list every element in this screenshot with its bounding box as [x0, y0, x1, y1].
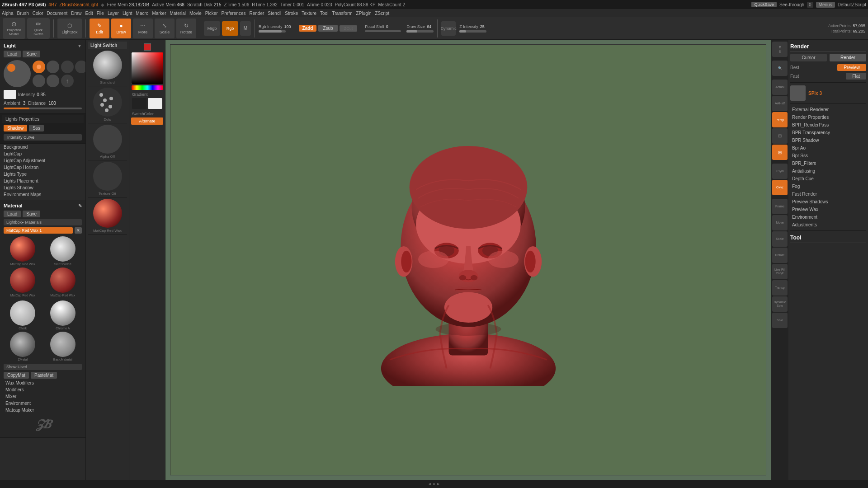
menu-picker[interactable]: Picker [205, 11, 218, 16]
draw-button[interactable]: ● Draw [111, 19, 131, 38]
menu-stroke[interactable]: Stroke [285, 11, 298, 16]
frame-button[interactable]: Frame [772, 199, 788, 214]
edit-button[interactable]: ✎ Edit [90, 19, 109, 38]
material-r-button[interactable]: R [75, 227, 82, 234]
alternate-button[interactable]: Alternate [131, 117, 163, 125]
ls-matcap-red-item[interactable]: MatCap Red Wax [88, 197, 127, 235]
grid-button[interactable]: ⊞ [772, 145, 788, 160]
rgb-button[interactable]: Rgb [222, 21, 238, 36]
bpr-ao-item[interactable]: Bpr Ao [790, 144, 866, 152]
lights-type-section[interactable]: Lights Type [0, 171, 85, 178]
flat-render-button[interactable]: Flat [846, 73, 866, 80]
projection-master-button[interactable]: ⊙ ProjectionMaster [3, 18, 25, 39]
menu-color[interactable]: Color [33, 11, 43, 16]
menu-texture[interactable]: Texture [302, 11, 316, 16]
lightcap-horizon-section[interactable]: LightCap Horizon [0, 164, 85, 171]
paste-mat-button[interactable]: PasteMat [31, 372, 57, 379]
bpr-shadow-item[interactable]: BPR Shadow [790, 136, 866, 144]
light-preview[interactable] [4, 60, 31, 87]
menu-brush[interactable]: Brush [17, 11, 29, 16]
mat-item-red-wax[interactable]: MatCap Red Wax [4, 236, 42, 266]
floor-button[interactable]: ⊟ [772, 128, 788, 144]
lights-placement-section[interactable]: Lights Placement [0, 178, 85, 184]
bpr-renderpass-item[interactable]: BPR_RenderPass [790, 121, 866, 129]
menu-edit[interactable]: Edit [85, 11, 93, 16]
menu-tool[interactable]: Tool [320, 11, 328, 16]
preview-wax-item[interactable]: Preview Wax [790, 206, 866, 213]
zadd-button[interactable]: Zadd [299, 25, 317, 32]
copy-mat-button[interactable]: CopyMat [4, 372, 29, 379]
lsym-button[interactable]: LSym [772, 164, 788, 179]
lightcap-section[interactable]: LightCap [0, 150, 85, 157]
z-intensity-slider[interactable] [459, 30, 486, 33]
menu-alpha[interactable]: Alpha [2, 11, 14, 16]
rotate-button[interactable]: ↻ Rotate [176, 19, 196, 38]
wax-modifiers-item[interactable]: Wax Modifiers [2, 380, 84, 386]
rotate-right-button[interactable]: Rotate [772, 248, 788, 263]
show-used-button[interactable]: Show Used [4, 364, 82, 370]
lightbox-materials-button[interactable]: Lightbox▸ Materials [4, 219, 82, 225]
material-edit-icon[interactable]: ✎ [78, 203, 82, 208]
default-zscript[interactable]: DefaultZScript [838, 2, 866, 7]
lightcap-adjustment-section[interactable]: LightCap Adjustment [0, 157, 85, 164]
ls-dots-item[interactable]: Dots [88, 86, 127, 123]
move-button[interactable]: Move [772, 215, 788, 230]
lightbox-button[interactable]: ⬡ LightBox [57, 19, 82, 38]
line-fill-button[interactable]: Line FillPolyF [772, 264, 788, 279]
mat-item-zmetal[interactable]: ZMetal [4, 332, 42, 361]
transp-button[interactable]: Transp [772, 280, 788, 296]
mat-item-skin-shaded[interactable]: SkinShaded [44, 236, 82, 266]
environment-item[interactable]: Environment [2, 400, 84, 407]
mrgb-button[interactable]: Mrgb [204, 21, 220, 36]
external-renderer-item[interactable]: External Renderer [790, 106, 866, 113]
rgb-intensity-slider[interactable] [259, 30, 286, 33]
menus-label[interactable]: Menus [816, 2, 835, 8]
quicksave-button[interactable]: QuickSave [751, 2, 777, 7]
ls-alpha-off-item[interactable]: Alpha Off [88, 123, 127, 160]
light-btn-3[interactable] [33, 75, 45, 87]
menu-material[interactable]: Material [170, 11, 186, 16]
lights-shadow-section[interactable]: Lights Shadow [0, 184, 85, 191]
menu-render[interactable]: Render [250, 11, 264, 16]
solo-button[interactable]: Solo [772, 313, 788, 328]
canvas-area[interactable] [165, 40, 771, 480]
mat-item-chalk[interactable]: Chalk [4, 300, 42, 330]
shadow-button[interactable]: Shadow [4, 125, 27, 131]
ls-standard-item[interactable]: Standard [88, 49, 127, 86]
zsub-button[interactable]: Zsub [318, 25, 337, 32]
depth-cue-item[interactable]: Depth Cue [790, 175, 866, 183]
preview-shadows-item[interactable]: Preview Shadows [790, 198, 866, 206]
render-tab-button[interactable]: Render [830, 54, 866, 61]
menu-draw[interactable]: Draw [71, 11, 81, 16]
gradient-black-swatch[interactable] [132, 98, 146, 109]
light-load-button[interactable]: Load [4, 51, 21, 57]
dynamic-button[interactable]: Dynamic [441, 21, 456, 36]
environment-maps-section[interactable]: Environment Maps [0, 191, 85, 198]
light-btn-2[interactable] [47, 61, 59, 73]
focal-shift-slider[interactable] [365, 30, 401, 32]
menu-movie[interactable]: Movie [189, 11, 202, 16]
zoom-button[interactable]: 🔍 [772, 61, 788, 76]
gradient-white-swatch[interactable] [148, 98, 162, 109]
ambient-slider[interactable] [4, 108, 82, 109]
background-section[interactable]: Background [0, 144, 85, 150]
bpr-filters-item[interactable]: BPR_Filters [790, 160, 866, 167]
light-save-button[interactable]: Save [23, 51, 40, 57]
environment-render-item[interactable]: Environment [790, 213, 866, 221]
mat-item-red-wax-2[interactable]: MatCap Red Wax [4, 267, 42, 297]
ls-texture-off-item[interactable]: Texture Off [88, 160, 127, 197]
fog-item[interactable]: Fog [790, 183, 866, 190]
color-picker-gradient[interactable] [132, 52, 163, 84]
draw-size-slider[interactable] [406, 30, 434, 33]
mat-item-basic[interactable]: BasicMaterial [44, 332, 82, 361]
oxyz-button[interactable]: Oxyz [772, 180, 788, 195]
bpr-sss-item[interactable]: Bpr Sss [790, 152, 866, 160]
adjustments-item[interactable]: Adjustments [790, 221, 866, 229]
light-extra-btn-1[interactable] [61, 61, 74, 73]
hue-bar[interactable] [132, 85, 163, 90]
scale-right-button[interactable]: Scale [772, 231, 788, 247]
current-color-indicator[interactable] [144, 43, 151, 51]
menu-preferences[interactable]: Preferences [222, 11, 246, 16]
light-btn-1[interactable] [33, 61, 45, 73]
light-panel-collapse-icon[interactable]: ▼ [77, 43, 82, 48]
